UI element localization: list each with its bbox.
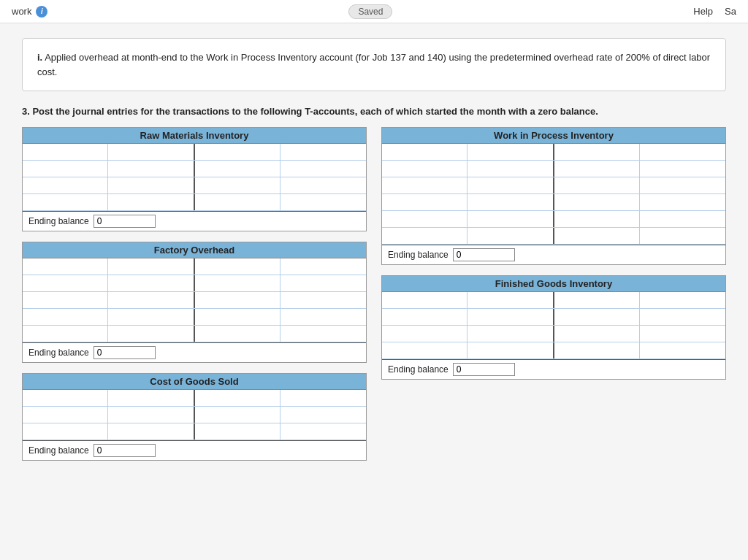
cell[interactable] (468, 211, 553, 227)
cell[interactable] (280, 309, 366, 325)
cell[interactable] (640, 144, 725, 160)
cell[interactable] (23, 407, 108, 423)
cell[interactable] (108, 309, 194, 325)
cell[interactable] (23, 390, 108, 406)
cell[interactable] (195, 292, 280, 308)
cell[interactable] (468, 292, 553, 308)
cell[interactable] (108, 407, 194, 423)
cell[interactable] (640, 342, 725, 358)
cell[interactable] (108, 194, 194, 210)
cell[interactable] (382, 211, 468, 227)
cell[interactable] (640, 211, 725, 227)
cell[interactable] (23, 326, 108, 342)
finished-goods-ending-input[interactable] (453, 363, 515, 376)
cell[interactable] (23, 194, 108, 210)
cell[interactable] (108, 177, 194, 193)
cell[interactable] (280, 407, 366, 423)
cell[interactable] (23, 275, 108, 291)
cell[interactable] (195, 309, 280, 325)
cell[interactable] (468, 194, 553, 210)
cell[interactable] (108, 144, 194, 160)
cell[interactable] (280, 258, 366, 275)
cell[interactable] (382, 144, 468, 160)
cell[interactable] (382, 326, 468, 342)
cell[interactable] (468, 177, 553, 193)
factory-overhead-ending-input[interactable] (94, 346, 156, 359)
info-icon[interactable]: i (36, 6, 47, 18)
cell[interactable] (108, 326, 194, 342)
cell[interactable] (195, 390, 280, 406)
wip-ending-input[interactable] (453, 248, 515, 261)
cell[interactable] (554, 292, 640, 308)
cell[interactable] (554, 342, 640, 358)
cell[interactable] (280, 144, 366, 160)
cell[interactable] (108, 423, 194, 440)
cell[interactable] (468, 309, 553, 325)
cell[interactable] (382, 194, 468, 210)
cell[interactable] (280, 161, 366, 177)
table-row (382, 309, 725, 326)
cell[interactable] (640, 326, 725, 342)
cell[interactable] (280, 292, 366, 308)
cell[interactable] (382, 292, 468, 308)
cell[interactable] (640, 309, 725, 325)
cell[interactable] (640, 177, 725, 193)
save-link[interactable]: Sa (725, 6, 736, 17)
main-content: i. Applied overhead at month-end to the … (0, 23, 748, 486)
cell[interactable] (23, 258, 108, 275)
cell[interactable] (195, 161, 280, 177)
cell[interactable] (108, 292, 194, 308)
cell[interactable] (195, 407, 280, 423)
cell[interactable] (280, 390, 366, 406)
cell[interactable] (195, 326, 280, 342)
cell[interactable] (382, 177, 468, 193)
cell[interactable] (195, 258, 280, 275)
cell[interactable] (280, 275, 366, 291)
cell[interactable] (468, 144, 553, 160)
cell[interactable] (382, 161, 468, 177)
cell[interactable] (280, 194, 366, 210)
cell[interactable] (382, 309, 468, 325)
cell[interactable] (23, 423, 108, 440)
saved-badge: Saved (348, 4, 392, 19)
cell[interactable] (554, 161, 640, 177)
cell[interactable] (195, 177, 280, 193)
cell[interactable] (108, 390, 194, 406)
cell[interactable] (554, 194, 640, 210)
cell[interactable] (23, 292, 108, 308)
cell[interactable] (468, 228, 553, 244)
cost-of-goods-sold-account: Cost of Goods Sold Ending ba (22, 373, 367, 461)
cell[interactable] (195, 423, 280, 440)
cell[interactable] (554, 144, 640, 160)
cell[interactable] (554, 177, 640, 193)
cell[interactable] (640, 194, 725, 210)
cell[interactable] (640, 161, 725, 177)
cell[interactable] (195, 275, 280, 291)
cell[interactable] (382, 342, 468, 358)
cell[interactable] (23, 144, 108, 160)
help-link[interactable]: Help (693, 6, 713, 17)
cell[interactable] (468, 326, 553, 342)
cogs-ending-input[interactable] (94, 444, 156, 457)
raw-materials-ending-input[interactable] (94, 215, 156, 228)
cell[interactable] (195, 194, 280, 210)
cell[interactable] (280, 326, 366, 342)
cell[interactable] (468, 342, 553, 358)
cell[interactable] (554, 228, 640, 244)
cell[interactable] (554, 326, 640, 342)
cell[interactable] (554, 309, 640, 325)
cell[interactable] (468, 161, 553, 177)
cell[interactable] (195, 144, 280, 160)
cell[interactable] (108, 275, 194, 291)
cell[interactable] (640, 228, 725, 244)
cell[interactable] (640, 292, 725, 308)
cell[interactable] (280, 423, 366, 440)
cell[interactable] (23, 177, 108, 193)
cell[interactable] (23, 161, 108, 177)
cell[interactable] (108, 258, 194, 275)
cell[interactable] (108, 161, 194, 177)
cell[interactable] (382, 228, 468, 244)
cell[interactable] (280, 177, 366, 193)
cell[interactable] (554, 211, 640, 227)
cell[interactable] (23, 309, 108, 325)
